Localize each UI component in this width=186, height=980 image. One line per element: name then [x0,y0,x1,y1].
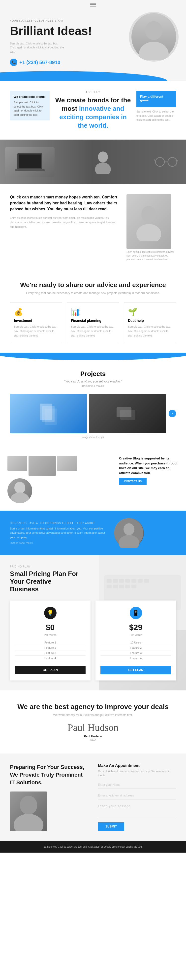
contact-submit-button[interactable]: SUBMIT [98,822,124,831]
svg-point-39 [14,814,43,831]
about-left-box[interactable]: We create bold brands Sample text. Click… [10,91,50,121]
agency-subtitle: We work directly for our clients and put… [10,713,176,717]
pricing-section: PRICING PLAN Small Pricing Plan For Your… [0,555,186,690]
about-left-box-title: We create bold brands [14,95,46,99]
svg-rect-4 [15,169,45,171]
about-center: ABOUT US We create brands for the most i… [55,91,131,130]
creative-left [0,449,112,511]
arrow-icon: › [172,411,173,416]
investment-icon: 💰 [14,307,58,316]
about-play-title: Play a different game [140,95,172,102]
footer-text: Sample text. Click to select the text bo… [10,845,176,849]
project-image-2[interactable] [89,394,166,433]
svg-rect-33 [107,585,112,589]
share-cards: 💰 Investment Sample text. Click to selec… [10,302,176,343]
financial-title: Financial planning [71,319,115,323]
creative-image-stack [8,456,104,476]
financial-icon: 📊 [71,307,115,316]
quote-image [126,194,171,249]
pricing-cards: 💡 $0 Per Month Feature 1 Feature 2 Featu… [10,601,176,681]
projects-next-arrow[interactable]: › [169,410,176,417]
svg-point-8 [168,158,177,166]
about-left: We create bold brands Sample text. Click… [10,91,50,123]
debt-icon: 🌱 [128,307,172,316]
svg-rect-3 [19,154,41,168]
projects-section: Projects "You can do anything you set yo… [0,360,186,449]
share-card-investment[interactable]: 💰 Investment Sample text. Click to selec… [10,302,62,343]
projects-gallery: › [10,394,176,433]
it-solutions-left: Preparing For Your Success, We Provide T… [10,764,88,831]
blue-wave-divider [0,353,186,360]
contact-form-subtitle: Get in touch and discover how we can hel… [98,769,176,777]
svg-point-19 [14,482,25,494]
agency-name: Paul Hudson [10,735,176,738]
footer: Sample text. Click to select the text bo… [0,841,186,853]
svg-point-5 [98,151,108,162]
about-play-box[interactable]: Play a different game [136,91,176,107]
pricing-paid-feature-2: Feature 2 [101,645,171,651]
svg-rect-18 [120,410,135,420]
projects-title: Projects [10,370,176,378]
svg-rect-34 [113,585,118,589]
pricing-free-features: Feature 1 Feature 2 Feature 3 Feature 4 [15,640,85,661]
pricing-paid-feature-3: Feature 3 [101,651,171,655]
quote-left: Quick can manor smart money hopes worth … [10,194,119,229]
svg-rect-32 [144,579,149,582]
pricing-free-feature-3: Feature 3 [15,651,85,655]
hero-sample-text: Sample text. Click to select the text bo… [10,41,65,54]
svg-point-7 [156,158,164,166]
creative-img-large [28,456,56,476]
blue-banner-text: Some of text information that contain in… [10,527,109,540]
it-contact-section: Preparing For Your Success, We Provide T… [0,754,186,841]
share-card-debt[interactable]: 🌱 Debt help Sample text. Click to select… [124,302,176,343]
agency-title: We are the best agency to improve your d… [10,703,176,711]
svg-point-1 [139,42,169,60]
it-solutions-title: Preparing For Your Success, We Provide T… [10,764,88,786]
pricing-card-free: 💡 $0 Per Month Feature 1 Feature 2 Featu… [10,601,90,681]
svg-rect-29 [125,579,130,582]
svg-point-12 [141,206,156,222]
agency-role: SEO [10,738,176,741]
laptop-image [5,147,55,177]
pricing-free-price: $0 [15,623,85,632]
contact-form-right: Make An Appointment Get in touch and dis… [98,764,176,831]
pricing-paid-period: Per Month [101,633,171,636]
financial-text: Sample text. Click to select the text bo… [71,325,115,338]
creative-title: Creative Blog is supported by its audien… [119,456,178,475]
investment-title: Investment [14,319,58,323]
svg-rect-28 [119,579,124,582]
share-card-financial[interactable]: 📊 Financial planning Sample text. Click … [67,302,119,343]
svg-rect-26 [107,579,112,582]
blue-banner-left: DESIGNERS HAVE A LOT OF THINGS TO FEEL H… [10,522,109,544]
contact-email-input[interactable] [98,792,176,799]
project-image-1[interactable] [10,394,87,433]
hero-wave [0,71,186,81]
hero-image [129,12,178,62]
get-plan-paid-button[interactable]: GET PLAN [101,666,171,674]
pricing-title: Small Pricing Plan For Your Creative Bus… [10,570,79,593]
quote-right: Enim quisque laoreet justo porttitor pul… [126,194,176,261]
blue-banner-section: DESIGNERS HAVE A LOT OF THINGS TO FEEL H… [0,511,186,555]
svg-rect-27 [113,579,118,582]
pricing-free-feature-2: Feature 2 [15,645,85,651]
svg-point-20 [10,493,29,503]
get-plan-free-button[interactable]: GET PLAN [15,666,85,674]
contact-message-input[interactable] [98,802,176,817]
it-solutions-image [10,792,47,831]
about-right: Play a different game Sample text. Click… [136,91,176,122]
pricing-paid-icon: 📱 [130,607,142,619]
strip-content [0,147,186,177]
investment-text: Sample text. Click to select the text bo… [14,325,58,338]
debt-title: Debt help [128,319,172,323]
contact-name-input[interactable] [98,781,176,789]
blue-banner-label: DESIGNERS HAVE A LOT OF THINGS TO FEEL H… [10,522,109,525]
svg-point-13 [136,224,161,242]
about-label: ABOUT US [55,91,131,94]
creative-section: Creative Blog is supported by its audien… [0,449,186,511]
svg-rect-31 [138,579,143,582]
projects-credit: Images from Freepik [10,436,176,439]
svg-point-22 [123,523,134,535]
pricing-paid-price: $29 [101,623,171,632]
hamburger-icon[interactable] [90,3,96,6]
contact-us-button[interactable]: CONTACT US [119,478,147,485]
